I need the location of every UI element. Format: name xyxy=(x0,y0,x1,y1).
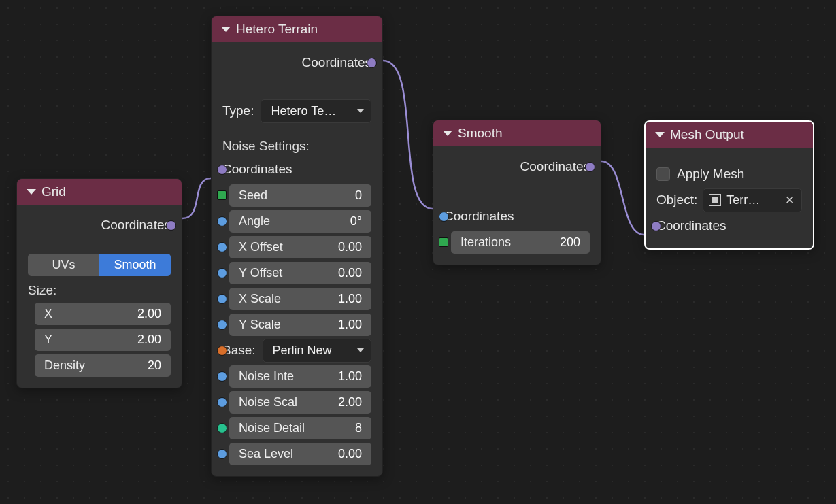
field-noise-detail[interactable]: Noise Detail 8 xyxy=(229,417,371,439)
field-sea-level[interactable]: Sea Level 0.00 xyxy=(229,443,371,465)
node-title: Grid xyxy=(41,184,66,199)
node-smooth[interactable]: Smooth Coordinates Coordinates Iteration… xyxy=(433,120,601,265)
input-socket-coordinates[interactable] xyxy=(217,165,227,175)
field-iterations[interactable]: Iterations 200 xyxy=(451,231,590,254)
node-header-hetero[interactable]: Hetero Terrain xyxy=(212,16,382,42)
node-header-grid[interactable]: Grid xyxy=(17,179,182,205)
input-socket-base[interactable] xyxy=(217,346,227,356)
object-picker[interactable]: Terr… ✕ xyxy=(703,188,802,212)
checkbox-apply-mesh[interactable] xyxy=(656,167,670,181)
input-socket-x-offset[interactable] xyxy=(217,242,227,252)
output-socket-coordinates[interactable] xyxy=(166,220,176,231)
node-grid[interactable]: Grid Coordinates UVs Smooth Size: X 2.00… xyxy=(16,178,182,388)
node-mesh-output[interactable]: Mesh Output Apply Mesh Object: Terr… ✕ C… xyxy=(644,120,814,250)
segment-uvs[interactable]: UVs xyxy=(28,254,99,276)
grid-mode-segmented[interactable]: UVs Smooth xyxy=(28,254,171,276)
input-coordinates-label: Coordinates xyxy=(656,218,726,233)
output-coordinates-label: Coordinates xyxy=(101,218,171,233)
size-label: Size: xyxy=(28,283,171,298)
chevron-down-icon xyxy=(27,189,36,195)
dropdown-type[interactable]: Hetero Te… xyxy=(261,99,371,123)
field-x-offset[interactable]: X Offset 0.00 xyxy=(229,236,371,258)
output-coordinates-label: Coordinates xyxy=(520,159,590,174)
chevron-down-icon xyxy=(357,348,364,352)
node-header-smooth[interactable]: Smooth xyxy=(433,120,601,146)
input-socket-noise-intensity[interactable] xyxy=(217,371,227,382)
input-socket-x-scale[interactable] xyxy=(217,294,227,304)
chevron-down-icon xyxy=(655,132,665,137)
input-coordinates-label: Coordinates xyxy=(444,209,514,224)
field-angle[interactable]: Angle 0° xyxy=(229,210,371,233)
node-hetero-terrain[interactable]: Hetero Terrain Coordinates Type: Hetero … xyxy=(211,16,383,477)
input-socket-noise-scale[interactable] xyxy=(217,397,227,407)
object-icon xyxy=(709,194,721,206)
field-noise-intensity[interactable]: Noise Inte 1.00 xyxy=(229,365,371,388)
input-coordinates-label: Coordinates xyxy=(222,162,292,177)
node-header-mesh-output[interactable]: Mesh Output xyxy=(646,122,813,148)
node-title: Mesh Output xyxy=(670,127,744,142)
input-socket-seed[interactable] xyxy=(217,190,227,200)
input-socket-coordinates[interactable] xyxy=(439,212,449,222)
field-size-y[interactable]: Y 2.00 xyxy=(35,329,171,351)
input-socket-iterations[interactable] xyxy=(439,237,448,247)
noise-settings-label: Noise Settings: xyxy=(222,139,371,154)
input-socket-y-scale[interactable] xyxy=(217,320,227,330)
field-density[interactable]: Density 20 xyxy=(35,354,171,377)
input-socket-coordinates[interactable] xyxy=(651,221,661,231)
field-size-x[interactable]: X 2.00 xyxy=(35,303,171,325)
chevron-down-icon xyxy=(357,109,364,113)
output-socket-coordinates[interactable] xyxy=(585,162,595,172)
input-socket-sea-level[interactable] xyxy=(217,449,227,459)
node-title: Smooth xyxy=(458,126,502,141)
type-label: Type: xyxy=(222,103,254,118)
input-socket-y-offset[interactable] xyxy=(217,268,227,278)
segment-smooth[interactable]: Smooth xyxy=(99,254,171,276)
output-socket-coordinates[interactable] xyxy=(367,58,377,68)
input-socket-noise-detail[interactable] xyxy=(217,423,227,433)
output-coordinates-label: Coordinates xyxy=(302,55,371,70)
field-y-offset[interactable]: Y Offset 0.00 xyxy=(229,262,371,284)
apply-mesh-label: Apply Mesh xyxy=(677,167,744,182)
field-noise-scale[interactable]: Noise Scal 2.00 xyxy=(229,391,371,414)
object-label: Object: xyxy=(656,192,697,207)
chevron-down-icon xyxy=(221,27,231,32)
clear-object-icon[interactable]: ✕ xyxy=(782,193,797,207)
input-socket-angle[interactable] xyxy=(217,216,227,226)
field-seed[interactable]: Seed 0 xyxy=(229,184,371,207)
dropdown-base[interactable]: Perlin New xyxy=(263,339,371,363)
field-x-scale[interactable]: X Scale 1.00 xyxy=(229,288,371,310)
base-label: Base: xyxy=(222,343,256,358)
field-y-scale[interactable]: Y Scale 1.00 xyxy=(229,314,371,336)
chevron-down-icon xyxy=(443,131,452,136)
node-title: Hetero Terrain xyxy=(236,22,318,37)
